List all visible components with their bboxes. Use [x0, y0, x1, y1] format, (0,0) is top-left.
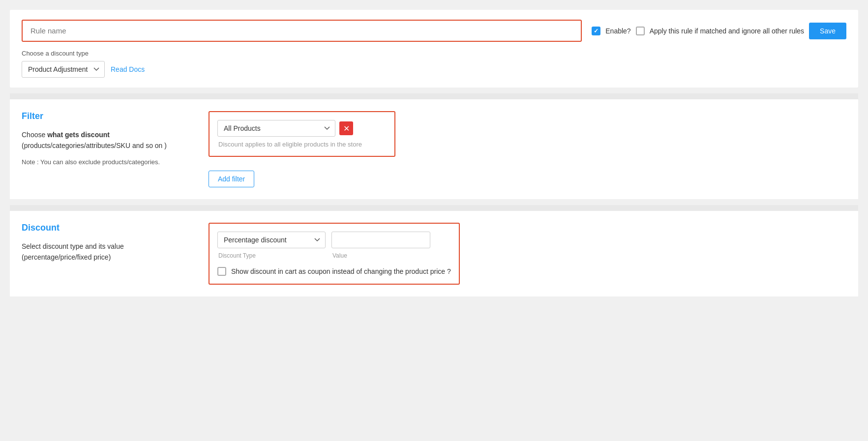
add-filter-button[interactable]: Add filter — [209, 171, 254, 187]
filter-section: Filter Choose what gets discount (produc… — [10, 99, 858, 199]
filter-left: Filter Choose what gets discount (produc… — [22, 111, 189, 187]
enable-label: Enable? — [605, 27, 630, 35]
filter-desc-bold: what gets discount — [47, 131, 110, 139]
discount-box: Percentage discount Fixed discount Fixed… — [209, 223, 460, 285]
discount-section: Discount Select discount type and its va… — [10, 211, 858, 296]
discount-type-row: Choose a discount type Product Adjustmen… — [22, 50, 846, 78]
discount-type-label: Discount Type — [217, 252, 326, 259]
page-wrapper: Flash Sale - 30% Off Enable? Apply this … — [0, 0, 868, 441]
discount-left: Discount Select discount type and its va… — [22, 223, 189, 285]
filter-hint: Discount applies to all eligible product… — [217, 141, 387, 148]
coupon-label: Show discount in cart as coupon instead … — [231, 267, 451, 275]
coupon-checkbox[interactable] — [217, 267, 226, 276]
discount-type-select-row: Product Adjustment Cart Discount Buy X G… — [22, 61, 846, 78]
discount-top-row: Percentage discount Fixed discount Fixed… — [217, 232, 451, 248]
filter-row: All Products Specific Products Specific … — [217, 120, 387, 137]
discount-labels-row: Discount Type Value — [217, 252, 451, 259]
apply-rule-label: Apply this rule if matched and ignore al… — [650, 27, 804, 35]
rule-name-input[interactable]: Flash Sale - 30% Off — [24, 22, 580, 40]
filter-right: All Products Specific Products Specific … — [209, 111, 846, 187]
close-icon: ✕ — [343, 124, 350, 133]
divider-1 — [10, 93, 858, 99]
discount-title: Discount — [22, 223, 189, 233]
filter-description: Choose what gets discount (products/cate… — [22, 129, 189, 151]
filter-title: Filter — [22, 111, 189, 121]
discount-type-heading: Choose a discount type — [22, 50, 846, 57]
filter-note: Note : You can also exclude products/cat… — [22, 157, 189, 167]
apply-rule-checkbox[interactable] — [636, 27, 645, 35]
filter-desc-prefix: Choose — [22, 131, 47, 139]
discount-value-input[interactable]: 0.00 — [331, 232, 430, 248]
enable-row: Enable? Apply this rule if matched and i… — [592, 23, 846, 39]
discount-type-select[interactable]: Product Adjustment Cart Discount Buy X G… — [22, 61, 105, 78]
filter-box: All Products Specific Products Specific … — [209, 111, 395, 157]
remove-filter-button[interactable]: ✕ — [339, 121, 353, 135]
add-filter-row: Add filter — [209, 171, 846, 187]
all-products-select[interactable]: All Products Specific Products Specific … — [217, 120, 335, 137]
discount-description: Select discount type and its value (perc… — [22, 241, 189, 263]
rule-section: Flash Sale - 30% Off Enable? Apply this … — [10, 10, 858, 88]
read-docs-link[interactable]: Read Docs — [111, 65, 145, 73]
coupon-row: Show discount in cart as coupon instead … — [217, 267, 451, 276]
filter-desc-suffix: (products/categories/attributes/SKU and … — [22, 142, 167, 149]
rule-name-wrapper: Flash Sale - 30% Off — [22, 20, 582, 42]
discount-value-label: Value — [331, 252, 347, 259]
rule-top-row: Flash Sale - 30% Off Enable? Apply this … — [22, 20, 846, 42]
enable-checkbox[interactable] — [592, 27, 600, 35]
discount-right: Percentage discount Fixed discount Fixed… — [209, 223, 846, 285]
divider-2 — [10, 205, 858, 211]
discount-type-dropdown[interactable]: Percentage discount Fixed discount Fixed… — [217, 232, 326, 248]
save-button[interactable]: Save — [809, 23, 846, 39]
